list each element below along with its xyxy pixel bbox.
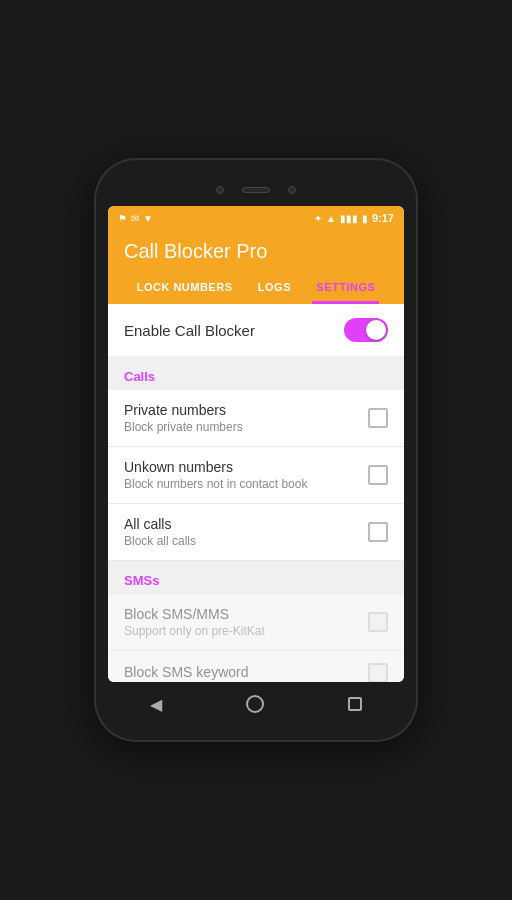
all-calls-text: All calls Block all calls — [124, 516, 368, 548]
private-numbers-checkbox[interactable] — [368, 408, 388, 428]
status-bar: ⚑ ✉ ▼ ✦ ▲ ▮▮▮ ▮ 9:17 — [108, 206, 404, 230]
app-title: Call Blocker Pro — [124, 240, 388, 273]
tab-block-numbers[interactable]: LOCK NUMBERS — [133, 273, 237, 304]
unknown-numbers-item[interactable]: Unkown numbers Block numbers not in cont… — [108, 447, 404, 504]
tab-logs[interactable]: LOGS — [254, 273, 295, 304]
private-numbers-item[interactable]: Private numbers Block private numbers — [108, 390, 404, 447]
unknown-numbers-text: Unkown numbers Block numbers not in cont… — [124, 459, 368, 491]
mail-icon: ✉ — [131, 213, 139, 224]
phone-frame: ⚑ ✉ ▼ ✦ ▲ ▮▮▮ ▮ 9:17 Call Blocker Pro LO… — [96, 160, 416, 740]
unknown-numbers-title: Unkown numbers — [124, 459, 368, 475]
block-sms-keyword-checkbox[interactable] — [368, 663, 388, 682]
all-calls-item[interactable]: All calls Block all calls — [108, 504, 404, 561]
all-calls-checkbox[interactable] — [368, 522, 388, 542]
block-sms-keyword-item[interactable]: Block SMS keyword — [108, 651, 404, 682]
status-icons-left: ⚑ ✉ ▼ — [118, 213, 153, 224]
block-sms-keyword-text: Block SMS keyword — [124, 664, 368, 682]
enable-call-blocker-toggle[interactable] — [344, 318, 388, 342]
phone-top-bar — [108, 178, 404, 202]
battery-icon: ▮ — [362, 213, 368, 224]
enable-call-blocker-row[interactable]: Enable Call Blocker — [108, 304, 404, 356]
private-numbers-subtitle: Block private numbers — [124, 420, 368, 434]
block-sms-mms-checkbox[interactable] — [368, 612, 388, 632]
wifi-icon: ▲ — [326, 213, 336, 224]
bluetooth-icon: ✦ — [314, 213, 322, 224]
unknown-numbers-checkbox[interactable] — [368, 465, 388, 485]
enable-call-blocker-label: Enable Call Blocker — [124, 322, 255, 339]
pin-icon: ▼ — [143, 213, 153, 224]
private-numbers-text: Private numbers Block private numbers — [124, 402, 368, 434]
all-calls-title: All calls — [124, 516, 368, 532]
phone-bottom-bar: ◀ — [108, 686, 404, 722]
tab-bar: LOCK NUMBERS LOGS SETTINGS — [124, 273, 388, 304]
time-display: 9:17 — [372, 212, 394, 224]
tab-settings[interactable]: SETTINGS — [312, 273, 379, 304]
notification-icon: ⚑ — [118, 213, 127, 224]
app-header: Call Blocker Pro LOCK NUMBERS LOGS SETTI… — [108, 230, 404, 304]
recents-button[interactable] — [348, 697, 362, 711]
calls-section-header: Calls — [108, 357, 404, 390]
speaker — [242, 187, 270, 193]
home-button[interactable] — [246, 695, 264, 713]
back-button[interactable]: ◀ — [150, 695, 162, 714]
camera-right — [288, 186, 296, 194]
block-sms-mms-item[interactable]: Block SMS/MMS Support only on pre-KitKat — [108, 594, 404, 651]
status-icons-right: ✦ ▲ ▮▮▮ ▮ 9:17 — [314, 212, 394, 224]
phone-screen: ⚑ ✉ ▼ ✦ ▲ ▮▮▮ ▮ 9:17 Call Blocker Pro LO… — [108, 206, 404, 682]
all-calls-subtitle: Block all calls — [124, 534, 368, 548]
toggle-knob — [366, 320, 386, 340]
camera — [216, 186, 224, 194]
unknown-numbers-subtitle: Block numbers not in contact book — [124, 477, 368, 491]
signal-icon: ▮▮▮ — [340, 213, 358, 224]
block-sms-mms-title: Block SMS/MMS — [124, 606, 368, 622]
block-sms-mms-subtitle: Support only on pre-KitKat — [124, 624, 368, 638]
private-numbers-title: Private numbers — [124, 402, 368, 418]
block-sms-keyword-title: Block SMS keyword — [124, 664, 368, 680]
content-area: Enable Call Blocker Calls Private number… — [108, 304, 404, 682]
block-sms-mms-text: Block SMS/MMS Support only on pre-KitKat — [124, 606, 368, 638]
smss-section-header: SMSs — [108, 561, 404, 594]
